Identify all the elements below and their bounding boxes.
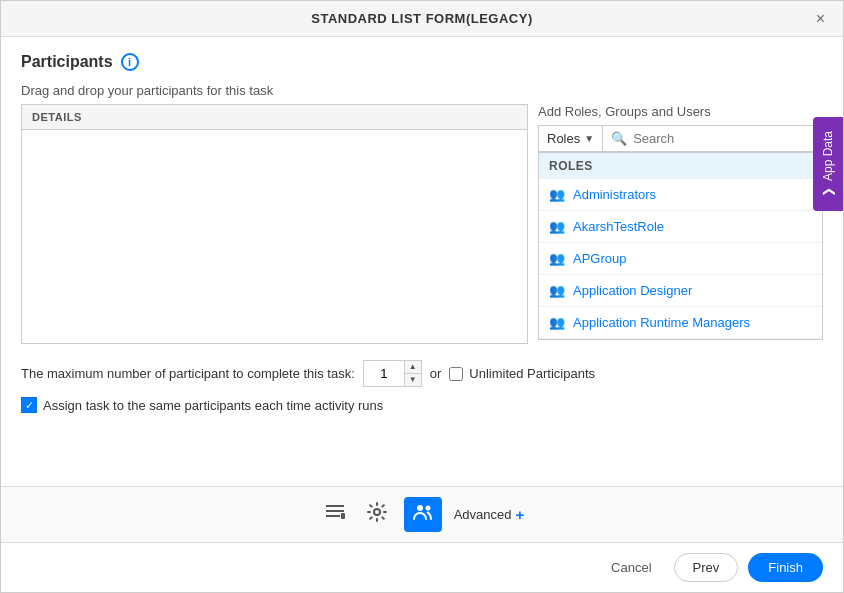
right-panel: Add Roles, Groups and Users Roles ▼ 🔍 RO…	[538, 104, 823, 344]
info-icon[interactable]: i	[121, 53, 139, 71]
search-input[interactable]	[633, 131, 814, 146]
unlimited-wrap: Unlimited Participants	[449, 366, 595, 381]
spinner-down-button[interactable]: ▼	[405, 374, 421, 386]
cancel-button[interactable]: Cancel	[599, 554, 663, 581]
unlimited-label: Unlimited Participants	[469, 366, 595, 381]
app-data-chevron: ❯	[821, 187, 835, 197]
app-data-label: App Data	[821, 131, 835, 181]
add-roles-label: Add Roles, Groups and Users	[538, 104, 823, 119]
svg-point-5	[417, 505, 423, 511]
dialog-header: STANDARD LIST FORM(LEGACY) ×	[1, 1, 843, 37]
roles-search-bar: Roles ▼ 🔍	[538, 125, 823, 152]
drag-label: Drag and drop your participants for this…	[21, 83, 823, 98]
assign-wrap: ✓ Assign task to the same participants e…	[21, 397, 823, 413]
role-name: Application Runtime Managers	[573, 315, 750, 330]
role-name: Application Designer	[573, 283, 692, 298]
advanced-label: Advanced	[454, 507, 512, 522]
bottom-controls: The maximum number of participant to com…	[21, 360, 823, 387]
spinner-up-button[interactable]: ▲	[405, 361, 421, 374]
svg-point-6	[425, 506, 430, 511]
svg-rect-0	[326, 505, 344, 507]
role-icon: 👥	[549, 315, 565, 330]
dialog-footer: Cancel Prev Finish	[1, 542, 843, 592]
toolbar-list-button[interactable]	[320, 497, 350, 532]
svg-rect-2	[326, 515, 340, 517]
assign-checkbox[interactable]: ✓	[21, 397, 37, 413]
section-title: Participants i	[21, 53, 823, 71]
or-text: or	[430, 366, 442, 381]
search-icon: 🔍	[611, 131, 627, 146]
gear-icon	[366, 501, 388, 523]
dialog-body: ❯ App Data Participants i Drag and drop …	[1, 37, 843, 486]
left-panel: DETAILS	[21, 104, 528, 344]
participants-label: Participants	[21, 53, 113, 71]
toolbar-gear-button[interactable]	[362, 497, 392, 532]
roles-list-header: ROLES	[538, 152, 823, 179]
role-item[interactable]: 👥AkarshTestRole	[539, 211, 822, 243]
details-header: DETAILS	[22, 105, 527, 130]
search-input-wrap: 🔍	[603, 127, 822, 150]
dropdown-label: Roles	[547, 131, 580, 146]
role-icon: 👥	[549, 251, 565, 266]
dialog: STANDARD LIST FORM(LEGACY) × ❯ App Data …	[0, 0, 844, 593]
dialog-title: STANDARD LIST FORM(LEGACY)	[311, 11, 532, 26]
roles-list: 👥Administrators👥AkarshTestRole👥APGroup👥A…	[538, 179, 823, 340]
role-item[interactable]: 👥Application Designer	[539, 275, 822, 307]
left-panel-body	[22, 130, 527, 330]
participant-count-input[interactable]	[364, 361, 404, 386]
spinner-buttons: ▲ ▼	[404, 361, 421, 386]
advanced-button[interactable]: Advanced +	[454, 506, 525, 523]
prev-button[interactable]: Prev	[674, 553, 739, 582]
svg-point-4	[374, 509, 380, 515]
assign-label: Assign task to the same participants eac…	[43, 398, 383, 413]
toolbar-people-button[interactable]	[404, 497, 442, 532]
svg-rect-3	[341, 513, 345, 519]
role-icon: 👥	[549, 187, 565, 202]
dialog-toolbar: Advanced +	[1, 486, 843, 542]
main-content: DETAILS Add Roles, Groups and Users Role…	[21, 104, 823, 344]
finish-button[interactable]: Finish	[748, 553, 823, 582]
role-icon: 👥	[549, 219, 565, 234]
role-name: APGroup	[573, 251, 626, 266]
close-button[interactable]: ×	[810, 8, 831, 30]
people-icon	[412, 501, 434, 523]
number-input-wrap: ▲ ▼	[363, 360, 422, 387]
role-name: AkarshTestRole	[573, 219, 664, 234]
max-label: The maximum number of participant to com…	[21, 366, 355, 381]
app-data-tab[interactable]: ❯ App Data	[813, 117, 843, 211]
role-item[interactable]: 👥Application Runtime Managers	[539, 307, 822, 339]
role-item[interactable]: 👥Administrators	[539, 179, 822, 211]
advanced-plus-icon: +	[516, 506, 525, 523]
unlimited-checkbox[interactable]	[449, 367, 463, 381]
role-icon: 👥	[549, 283, 565, 298]
role-name: Administrators	[573, 187, 656, 202]
chevron-down-icon: ▼	[584, 133, 594, 144]
roles-dropdown[interactable]: Roles ▼	[539, 126, 603, 151]
list-icon	[324, 501, 346, 523]
svg-rect-1	[326, 510, 344, 512]
role-item[interactable]: 👥APGroup	[539, 243, 822, 275]
